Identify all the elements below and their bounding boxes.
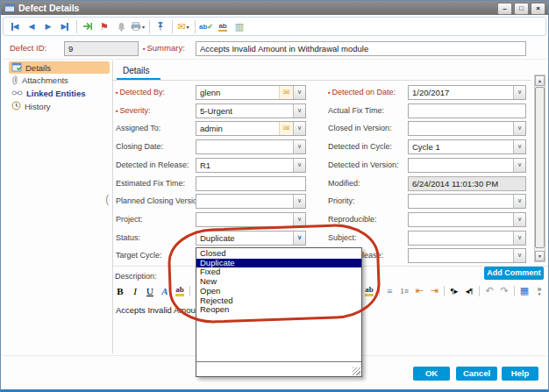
- field-label-status: Status:: [116, 233, 140, 242]
- tab-details[interactable]: Details: [123, 66, 150, 75]
- dropdown-arrow-icon[interactable]: ∨: [513, 159, 525, 172]
- dropdown-resize-grip[interactable]: [353, 367, 360, 375]
- email-icon[interactable]: ✉▾: [176, 19, 190, 33]
- defect-id-label: Defect ID:: [10, 43, 46, 53]
- field-detected-in-cycle[interactable]: Cycle 1∨: [408, 139, 526, 154]
- field-subject[interactable]: ∨: [408, 231, 526, 246]
- field-label-priority: Priority:: [328, 196, 355, 205]
- spellcheck-icon[interactable]: ab✓: [199, 19, 213, 33]
- toolbar-separator: [149, 20, 150, 33]
- dropdown-arrow-icon[interactable]: ∨: [513, 140, 525, 153]
- titlebar[interactable]: Defect Details – □ ×: [1, 1, 548, 15]
- toolbar-separator: [514, 286, 515, 296]
- thesaurus-icon[interactable]: ▥: [232, 19, 246, 33]
- redo-icon[interactable]: ↷: [499, 285, 510, 296]
- summary-input[interactable]: [196, 41, 526, 56]
- last-record-icon[interactable]: ▶: [58, 19, 72, 33]
- bullet-list-icon[interactable]: ≡: [384, 286, 395, 296]
- dropdown-option-new[interactable]: New: [196, 277, 361, 287]
- minimize-button[interactable]: –: [497, 3, 512, 15]
- highlight-icon[interactable]: ab: [364, 285, 374, 296]
- bold-icon[interactable]: B: [115, 286, 125, 296]
- italic-icon[interactable]: I: [130, 286, 140, 296]
- rtl-paragraph-icon[interactable]: ◂¶: [464, 287, 474, 296]
- field-detected-in-version[interactable]: ∨: [408, 158, 526, 173]
- overflow-icon[interactable]: »▾: [534, 285, 545, 297]
- ltr-paragraph-icon[interactable]: ¶▸: [449, 287, 460, 296]
- dropdown-arrow-icon[interactable]: ∨: [513, 195, 525, 208]
- dropdown-arrow-icon[interactable]: ∨: [293, 122, 305, 135]
- field-label-detected-on-date: ▪Detected on Date:: [328, 88, 396, 96]
- scroll-up-icon[interactable]: ▲: [535, 75, 545, 86]
- field-priority[interactable]: ∨: [408, 194, 526, 209]
- field-reproducible[interactable]: ∨: [408, 212, 526, 227]
- field-estimated-fix-time[interactable]: [196, 176, 306, 191]
- email-icon[interactable]: ✉: [279, 122, 293, 135]
- email-icon[interactable]: ✉: [279, 86, 293, 99]
- dropdown-arrow-icon[interactable]: ∨: [513, 249, 525, 262]
- scrollbar-thumb[interactable]: [535, 87, 545, 248]
- dropdown-arrow-icon[interactable]: ∨: [513, 232, 525, 245]
- dropdown-option-duplicate[interactable]: Duplicate: [196, 259, 361, 268]
- font-color-icon[interactable]: A: [160, 286, 170, 296]
- field-detected-in-release[interactable]: R1∨: [196, 158, 306, 173]
- dropdown-option-fixed[interactable]: Fixed: [196, 267, 361, 277]
- dropdown-arrow-icon[interactable]: ∨: [293, 195, 305, 208]
- field-detected-by[interactable]: glenn✉∨: [196, 85, 306, 100]
- sidebar-item-linked-entities[interactable]: Linked Entities: [9, 88, 110, 100]
- alert-icon[interactable]: [114, 19, 128, 33]
- dropdown-arrow-icon[interactable]: ∨: [293, 159, 305, 172]
- field-label-estimated-fix-time: Estimated Fix Time:: [116, 179, 185, 188]
- print-icon[interactable]: ▾: [131, 19, 145, 33]
- field-severity[interactable]: 5-Urgent∨: [196, 103, 306, 118]
- dropdown-option-open[interactable]: Open: [196, 287, 361, 296]
- dropdown-arrow-icon[interactable]: ∨: [513, 86, 525, 99]
- field-planned-closing-version[interactable]: ∨: [196, 194, 306, 209]
- cancel-button[interactable]: Cancel: [456, 367, 497, 381]
- underline-icon[interactable]: U: [145, 286, 155, 296]
- dropdown-arrow-icon[interactable]: ∨: [293, 140, 305, 153]
- field-closed-in-version[interactable]: ∨: [408, 121, 526, 136]
- field-project[interactable]: ∨: [196, 212, 306, 227]
- sidebar-item-history[interactable]: History: [9, 100, 110, 112]
- dropdown-arrow-icon[interactable]: ∨: [293, 232, 305, 245]
- scroll-down-icon[interactable]: ▼: [535, 251, 545, 261]
- dropdown-arrow-icon[interactable]: ∨: [293, 86, 305, 99]
- field-closing-date[interactable]: ∨: [196, 139, 306, 154]
- ok-button[interactable]: OK: [413, 367, 450, 381]
- add-comment-button[interactable]: Add Comment: [484, 267, 544, 280]
- sidebar-item-details[interactable]: Details: [9, 61, 110, 74]
- spelling-options-icon[interactable]: ab: [216, 19, 230, 33]
- sidebar-collapse-handle[interactable]: (: [105, 190, 114, 210]
- maximize-button[interactable]: □: [514, 3, 529, 15]
- field-actual-fix-time[interactable]: [408, 103, 526, 118]
- indent-icon[interactable]: ⇥: [429, 285, 439, 296]
- outdent-icon[interactable]: ⇤: [414, 285, 424, 296]
- window-title: Defect Details: [18, 3, 79, 13]
- dropdown-arrow-icon[interactable]: ∨: [293, 213, 305, 226]
- dropdown-arrow-icon[interactable]: ∨: [513, 122, 525, 135]
- dropdown-arrow-icon[interactable]: ∨: [293, 104, 305, 118]
- help-button[interactable]: Help: [502, 367, 538, 381]
- previous-record-icon[interactable]: ◀: [25, 19, 39, 33]
- sidebar-item-attachments[interactable]: Attachments: [9, 75, 110, 87]
- first-record-icon[interactable]: ◀: [8, 19, 22, 33]
- undo-icon[interactable]: ↶: [484, 285, 495, 296]
- table-icon[interactable]: ▦: [519, 285, 530, 296]
- field-status[interactable]: Duplicate∨: [196, 231, 306, 246]
- followup-flag-icon[interactable]: ⚑: [97, 19, 111, 33]
- pin-icon[interactable]: [153, 19, 168, 33]
- dropdown-arrow-icon[interactable]: ∨: [513, 213, 525, 226]
- form-scrollbar[interactable]: ▲ ▼: [534, 75, 545, 262]
- field-target-release[interactable]: ∨: [408, 248, 526, 263]
- close-button[interactable]: ×: [531, 3, 545, 15]
- field-assigned-to[interactable]: admin✉∨: [196, 121, 306, 136]
- field-detected-on-date[interactable]: 1/20/2017∨: [408, 85, 526, 100]
- highlight-icon[interactable]: ab: [175, 285, 185, 296]
- numbered-list-icon[interactable]: 1≡: [399, 287, 410, 296]
- status-dropdown-list: ClosedDuplicateFixedNewOpenRejectedReope…: [196, 247, 362, 377]
- goto-icon[interactable]: [81, 19, 95, 33]
- window-icon: [4, 4, 15, 12]
- dropdown-option-reopen[interactable]: Reopen: [196, 305, 361, 315]
- next-record-icon[interactable]: ▶: [41, 19, 55, 33]
